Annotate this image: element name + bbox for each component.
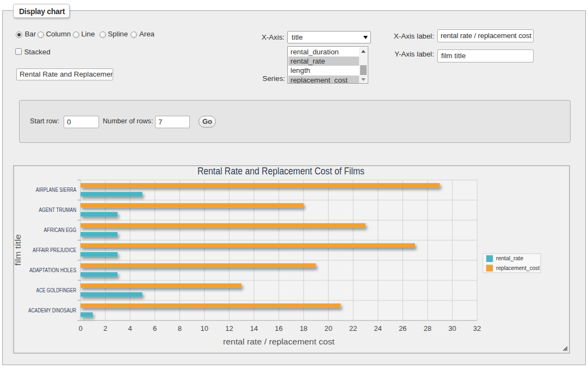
svg-text:30: 30 [448,324,456,333]
svg-text:32: 32 [473,324,481,333]
svg-text:8: 8 [178,324,182,333]
svg-text:rental rate / replacement cost: rental rate / replacement cost [223,337,335,346]
svg-text:AFFAIR PREJUDICE: AFFAIR PREJUDICE [33,247,76,253]
svg-text:20: 20 [324,324,332,333]
svg-text:24: 24 [374,324,382,333]
svg-text:Rental Rate and Replacement Co: Rental Rate and Replacement Cost of Film… [197,166,364,177]
svg-text:AGENT TRUMAN: AGENT TRUMAN [39,207,76,213]
svg-text:18: 18 [300,324,307,333]
svg-text:rental_rate: rental_rate [496,255,523,261]
svg-text:0: 0 [78,324,82,333]
svg-text:28: 28 [424,324,431,333]
svg-text:ADAPTATION HOLES: ADAPTATION HOLES [29,267,77,273]
svg-text:26: 26 [399,324,406,333]
svg-text:replacement_cost: replacement_cost [496,265,540,271]
svg-text:14: 14 [250,324,258,333]
svg-text:film title: film title [14,234,22,266]
svg-text:22: 22 [349,324,357,333]
svg-text:2: 2 [103,324,107,333]
svg-text:AIRPLANE SIERRA: AIRPLANE SIERRA [36,187,77,193]
svg-text:16: 16 [275,324,282,333]
svg-text:10: 10 [201,324,208,333]
svg-text:12: 12 [225,324,233,333]
svg-text:6: 6 [153,324,157,333]
svg-text:ACADEMY DINOSAUR: ACADEMY DINOSAUR [28,308,76,313]
svg-text:4: 4 [128,324,132,333]
svg-text:AFRICAN EGG: AFRICAN EGG [44,227,77,233]
svg-text:ACE GOLDFINGER: ACE GOLDFINGER [36,287,77,293]
